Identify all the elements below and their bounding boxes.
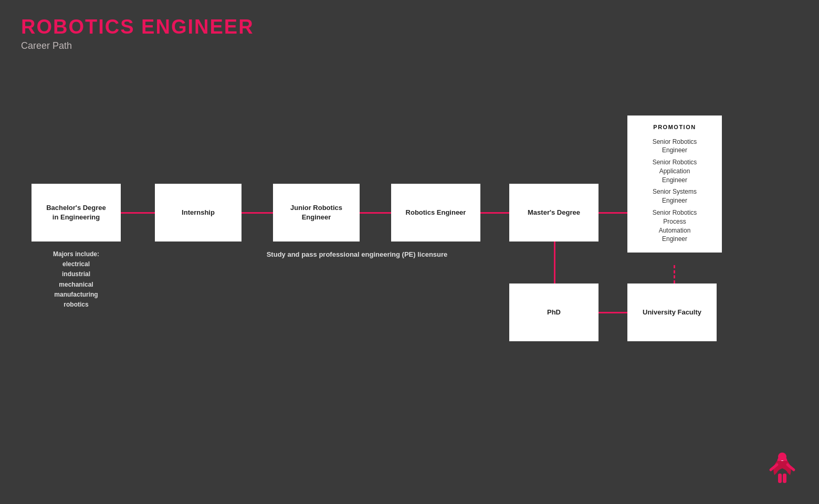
internship-box: Internship [155,184,242,242]
majors-label: Majors include: [32,249,121,259]
major-manufacturing: manufacturing [32,290,121,300]
promotion-header: PROMOTION [636,123,713,132]
major-electrical: electrical [32,259,121,269]
masters-box: Master's Degree [509,184,598,242]
major-industrial: industrial [32,269,121,279]
major-mechanical: mechanical [32,280,121,290]
line-internship-junior [242,212,273,214]
major-robotics: robotics [32,300,121,310]
line-bachelor-internship [121,212,155,214]
line-junior-robotics [360,212,391,214]
page-subtitle: Career Path [21,40,254,51]
line-robotics-masters [480,212,509,214]
promotion-box: PROMOTION Senior RoboticsEngineer Senior… [627,116,722,253]
svg-rect-3 [778,474,782,483]
line-masters-promotion [598,212,627,214]
university-box: University Faculty [627,284,717,341]
promotion-item-4: Senior RoboticsProcessAutomationEngineer [636,207,713,245]
mascot: G [766,452,798,488]
page-title: ROBOTICS ENGINEER [21,16,254,38]
line-phd-university [598,312,627,313]
page-header: ROBOTICS ENGINEER Career Path [21,16,254,51]
promotion-item-3: Senior SystemsEngineer [636,186,713,207]
line-masters-phd [554,242,555,284]
pe-note: Study and pass professional engineering … [257,249,457,260]
promotion-item-1: Senior RoboticsEngineer [636,136,713,157]
pe-label: Study and pass professional engineering … [267,250,448,258]
robotics-box: Robotics Engineer [391,184,480,242]
majors-note: Majors include: electrical industrial me… [32,249,121,310]
junior-box: Junior RoboticsEngineer [273,184,360,242]
bachelor-box: Bachelor's Degreein Engineering [32,184,121,242]
phd-box: PhD [509,284,598,341]
promotion-item-2: Senior RoboticsApplicationEngineer [636,156,713,186]
career-diagram: Bachelor's Degreein Engineering Internsh… [0,63,819,504]
line-promotion-dashed [674,265,675,284]
svg-rect-4 [783,474,786,483]
